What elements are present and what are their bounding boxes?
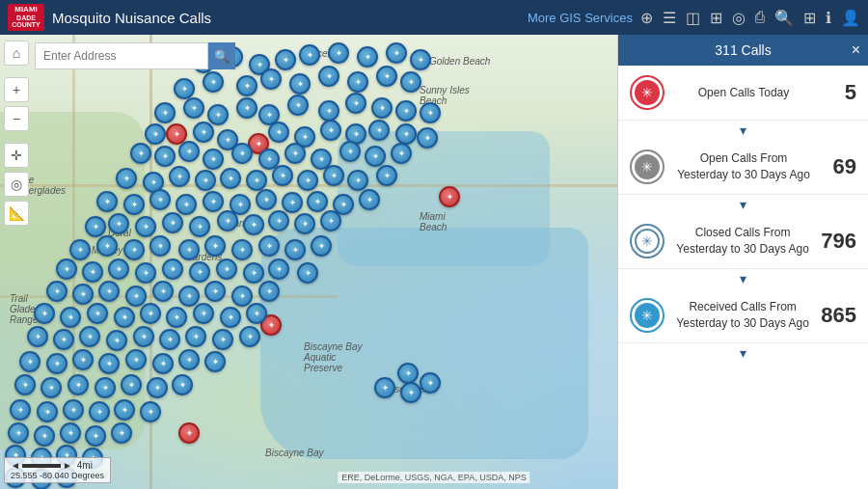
marker-15[interactable] — [318, 66, 339, 87]
marker-165[interactable] — [400, 382, 421, 403]
marker-74[interactable] — [108, 213, 129, 234]
marker-150[interactable] — [140, 401, 161, 422]
marker-61[interactable] — [376, 165, 397, 186]
zoom-out-tool[interactable]: − — [4, 106, 29, 131]
marker-66[interactable] — [203, 191, 224, 212]
map-container[interactable]: TheEverglades TrailGladesRange Biscayne … — [0, 35, 868, 489]
marker-155[interactable] — [111, 422, 132, 444]
marker-7[interactable] — [357, 46, 378, 68]
marker-95[interactable] — [108, 258, 129, 280]
info-icon[interactable]: ℹ — [826, 9, 831, 27]
marker-64[interactable] — [149, 189, 171, 210]
marker-87[interactable] — [178, 239, 200, 260]
marker-154[interactable] — [85, 425, 106, 447]
marker-9[interactable] — [410, 49, 431, 70]
marker-92[interactable] — [311, 235, 332, 257]
marker-99[interactable] — [216, 258, 237, 280]
marker-94[interactable] — [82, 261, 103, 283]
globe-icon[interactable]: ◎ — [732, 9, 746, 27]
marker-112[interactable] — [34, 303, 55, 324]
marker-149[interactable] — [114, 399, 135, 421]
marker-88[interactable] — [204, 235, 226, 257]
marker-129[interactable] — [239, 326, 260, 347]
marker-46[interactable] — [285, 143, 306, 164]
marker-68[interactable] — [256, 189, 277, 210]
marker-91[interactable] — [285, 239, 306, 260]
marker-123[interactable] — [79, 326, 100, 347]
marker-137[interactable] — [204, 351, 226, 372]
marker-133[interactable] — [98, 353, 120, 374]
search-icon[interactable]: 🔍 — [774, 9, 794, 27]
marker-31[interactable] — [193, 122, 214, 143]
marker-78[interactable] — [217, 210, 238, 231]
marker-5[interactable] — [299, 44, 320, 66]
marker-140[interactable] — [68, 374, 89, 395]
marker-147[interactable] — [63, 399, 84, 421]
marker-28[interactable] — [371, 97, 393, 119]
marker-19[interactable] — [420, 102, 441, 123]
marker-60[interactable] — [347, 170, 368, 191]
marker-142[interactable] — [121, 374, 142, 395]
marker-90[interactable] — [258, 235, 280, 257]
marker-11[interactable] — [203, 71, 224, 93]
marker-18[interactable] — [400, 71, 421, 93]
marker-110[interactable] — [231, 285, 253, 307]
marker-10[interactable] — [174, 78, 195, 99]
marker-22[interactable] — [207, 104, 229, 125]
marker-83[interactable] — [69, 239, 91, 260]
marker-69[interactable] — [282, 192, 303, 213]
marker-166[interactable] — [420, 372, 441, 394]
marker-13[interactable] — [260, 68, 282, 90]
zoom-in-tool[interactable]: + — [4, 77, 29, 102]
layers-icon[interactable]: ◫ — [686, 9, 700, 27]
marker-89[interactable] — [231, 239, 253, 260]
marker-40[interactable] — [130, 143, 151, 164]
marker-59[interactable] — [323, 165, 344, 186]
marker-21[interactable] — [183, 97, 204, 119]
marker-117[interactable] — [166, 307, 187, 328]
marker-100[interactable] — [243, 262, 264, 284]
marker-139[interactable] — [41, 377, 62, 398]
marker-42[interactable] — [178, 141, 200, 162]
locate-icon[interactable]: ⊕ — [640, 9, 653, 27]
marker-145[interactable] — [10, 399, 31, 421]
marker-62[interactable] — [96, 191, 118, 212]
chevron-received-yesterday[interactable]: ▾ — [618, 343, 868, 363]
marker-124[interactable] — [106, 330, 127, 351]
marker-54[interactable] — [195, 170, 216, 191]
layout-icon[interactable]: ⊞ — [710, 9, 722, 27]
marker-108[interactable] — [178, 285, 200, 307]
marker-84[interactable] — [96, 235, 118, 257]
marker-115[interactable] — [114, 307, 135, 328]
marker-72[interactable] — [359, 189, 380, 210]
marker-85[interactable] — [123, 239, 145, 260]
marker-104[interactable] — [72, 284, 94, 305]
marker-77[interactable] — [189, 216, 210, 237]
marker-55[interactable] — [220, 168, 241, 189]
marker-27[interactable] — [345, 93, 366, 114]
home-tool[interactable]: ⌂ — [4, 41, 29, 66]
marker-152[interactable] — [34, 425, 55, 447]
marker-101[interactable] — [268, 258, 289, 280]
marker-127[interactable] — [185, 326, 206, 347]
marker-119[interactable] — [220, 307, 241, 328]
chevron-open-yesterday[interactable]: ▾ — [618, 195, 868, 214]
marker-38[interactable] — [395, 123, 417, 145]
marker-25[interactable] — [287, 95, 309, 116]
marker-96[interactable] — [135, 262, 156, 284]
marker-120[interactable] — [246, 303, 267, 324]
marker-109[interactable] — [204, 281, 226, 302]
marker-132[interactable] — [72, 349, 94, 370]
marker-56[interactable] — [246, 170, 267, 191]
marker-153[interactable] — [60, 422, 81, 444]
marker-58[interactable] — [297, 170, 318, 191]
marker-86[interactable] — [149, 235, 171, 257]
marker-134[interactable] — [125, 349, 147, 370]
marker-17[interactable] — [376, 66, 397, 87]
marker-111[interactable] — [258, 281, 280, 302]
marker-79[interactable] — [243, 214, 264, 235]
marker-122[interactable] — [53, 329, 74, 350]
marker-135[interactable] — [152, 353, 174, 374]
marker-164[interactable] — [397, 363, 419, 384]
marker-53[interactable] — [169, 166, 190, 187]
